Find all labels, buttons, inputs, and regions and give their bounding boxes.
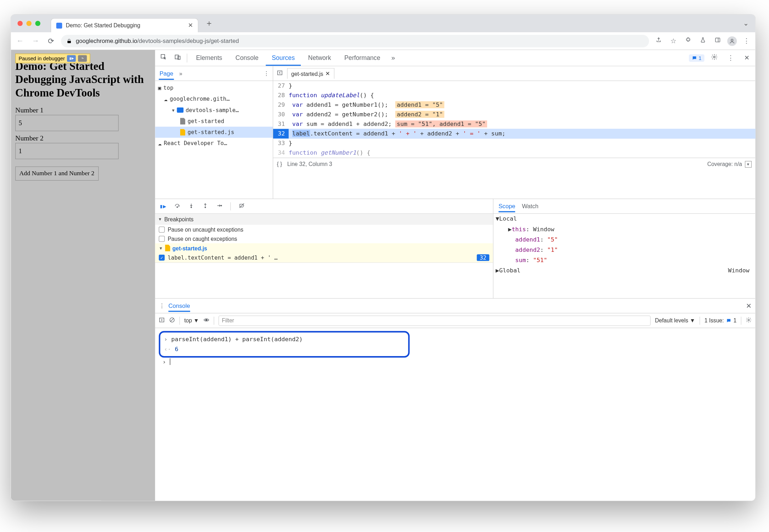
tab-sources[interactable]: Sources [266,50,301,66]
svg-rect-1 [715,38,720,42]
navigator-page-tab[interactable]: Page [159,67,174,79]
pause-uncaught-checkbox[interactable]: Pause on uncaught exceptions [155,225,493,234]
issues-icon [692,55,697,61]
live-expression-button[interactable] [203,317,209,324]
console-prompt[interactable] [170,358,170,365]
resume-button[interactable]: ▮▶ [160,203,166,210]
drawer-menu-button[interactable]: ⋮ [159,302,165,309]
scope-this[interactable]: ▶this: Window [496,224,753,234]
scope-local[interactable]: ▼Local [496,214,753,224]
tree-top[interactable]: ▣top [155,82,273,93]
issues-button[interactable]: 1 [689,54,704,62]
inspect-element-button[interactable] [157,54,170,62]
overlay-resume-button[interactable]: ▮▶ [67,55,76,62]
log-levels-dropdown[interactable]: Default levels ▼ [655,317,695,324]
traffic-lights [15,21,43,26]
tree-file-js[interactable]: get-started.js [155,127,273,138]
watch-tab[interactable]: Watch [522,203,538,210]
console-filter-input[interactable]: Filter [218,315,651,326]
tab-network[interactable]: Network [302,50,337,66]
scope-global[interactable]: ▶GlobalWindow [496,265,753,276]
pretty-print-button[interactable]: { } [277,161,282,167]
back-button[interactable]: ← [15,37,26,45]
console-drawer-tab[interactable]: Console [168,300,190,311]
tree-folder[interactable]: ▼devtools-sample… [155,105,273,116]
cloud-icon: ☁ [164,95,167,102]
titlebar: Demo: Get Started Debugging ✕ ＋ ⌄ [11,15,756,32]
breakpoints-header[interactable]: ▼Breakpoints [155,214,493,225]
svg-rect-8 [278,71,282,75]
close-window-button[interactable] [17,21,23,26]
console-sidebar-toggle[interactable] [159,317,165,324]
side-panel-button[interactable] [713,37,723,45]
tabs-overflow-button[interactable]: » [388,54,399,62]
editor-status-bar: { } Line 32, Column 3 Coverage: n/a▾ [273,158,755,170]
tree-file-html[interactable]: get-started [155,116,273,127]
close-devtools-button[interactable]: ✕ [741,54,753,62]
context-selector[interactable]: top ▼ [184,317,199,324]
pause-caught-checkbox[interactable]: Pause on caught exceptions [155,234,493,243]
step-button[interactable] [216,203,222,210]
clear-console-button[interactable] [169,317,175,324]
paused-overlay: Paused in debugger ▮▶ ↷ [15,54,90,63]
scope-sum: sum: "51" [496,255,753,265]
labs-button[interactable] [698,37,708,45]
code-area[interactable]: 27} 28function updateLabel() { 29 var ad… [273,81,755,157]
close-file-button[interactable]: ✕ [325,70,330,77]
share-button[interactable] [653,37,664,45]
step-into-button[interactable] [188,203,194,210]
browser-menu-button[interactable]: ⋮ [741,37,752,45]
svg-point-11 [205,207,206,208]
url-field[interactable]: googlechrome.github.io/devtools-samples/… [61,35,649,47]
tree-domain[interactable]: ☁googlechrome.gith… [155,94,273,105]
reload-button[interactable]: ⟳ [45,37,56,45]
console-issues-button[interactable]: 1 Issue: 1 [704,317,736,324]
minimize-window-button[interactable] [26,21,32,26]
breakpoint-file[interactable]: ▼get-started.js [155,243,493,253]
browser-tab[interactable]: Demo: Get Started Debugging ✕ [51,18,198,32]
tab-overflow-button[interactable]: ⌄ [743,20,752,28]
maximize-window-button[interactable] [35,21,40,26]
add-button[interactable]: Add Number 1 and Number 2 [15,167,99,181]
deactivate-breakpoints-button[interactable] [239,203,245,210]
paused-label: Paused in debugger [18,55,65,61]
svg-point-17 [206,319,207,321]
show-navigator-button[interactable] [275,70,285,77]
bookmark-button[interactable]: ☆ [668,37,679,45]
overlay-step-button[interactable]: ↷ [78,55,87,62]
num1-input[interactable] [15,115,118,131]
js-file-icon [165,245,170,251]
close-drawer-button[interactable]: ✕ [746,302,752,310]
settings-button[interactable] [708,54,720,62]
extensions-button[interactable] [683,37,693,45]
device-toolbar-button[interactable] [171,54,184,62]
num2-label: Number 2 [15,134,150,142]
scope-tab[interactable]: Scope [499,200,515,212]
console-input-echo: parseInt(addend1) + parseInt(addend2) [171,335,303,344]
breakpoint-entry[interactable]: ✓label.textContent = addend1 + ' …32 [155,253,493,262]
new-tab-button[interactable]: ＋ [205,18,213,29]
console-toolbar: top ▼ Filter Default levels ▼ 1 Issue: 1 [155,313,755,328]
frame-icon: ▣ [158,85,161,91]
tab-elements[interactable]: Elements [190,50,228,66]
url-text: googlechrome.github.io/devtools-samples/… [76,38,239,44]
forward-button[interactable]: → [30,37,41,45]
navigator-menu-button[interactable]: ⋮ [264,70,269,77]
tab-performance[interactable]: Performance [338,50,386,66]
devtools-menu-button[interactable]: ⋮ [724,54,737,62]
js-file-icon [180,129,186,135]
profile-button[interactable] [727,36,737,46]
step-over-button[interactable] [174,203,180,210]
step-out-button[interactable] [202,203,208,210]
close-tab-button[interactable]: ✕ [188,22,193,29]
editor-tab[interactable]: get-started.js ✕ [287,68,334,79]
console-body[interactable]: ›parseInt(addend1) + parseInt(addend2) ‹… [155,328,755,368]
num2-input[interactable] [15,143,118,159]
scope-addend2: addend2: "1" [496,245,753,255]
navigator-overflow-button[interactable]: » [179,70,182,77]
tree-extension[interactable]: ☁React Developer To… [155,138,273,149]
tab-console[interactable]: Console [229,50,264,66]
num1-label: Number 1 [15,106,150,114]
console-settings-button[interactable] [746,317,752,324]
coverage-dropdown[interactable]: ▾ [745,161,752,167]
